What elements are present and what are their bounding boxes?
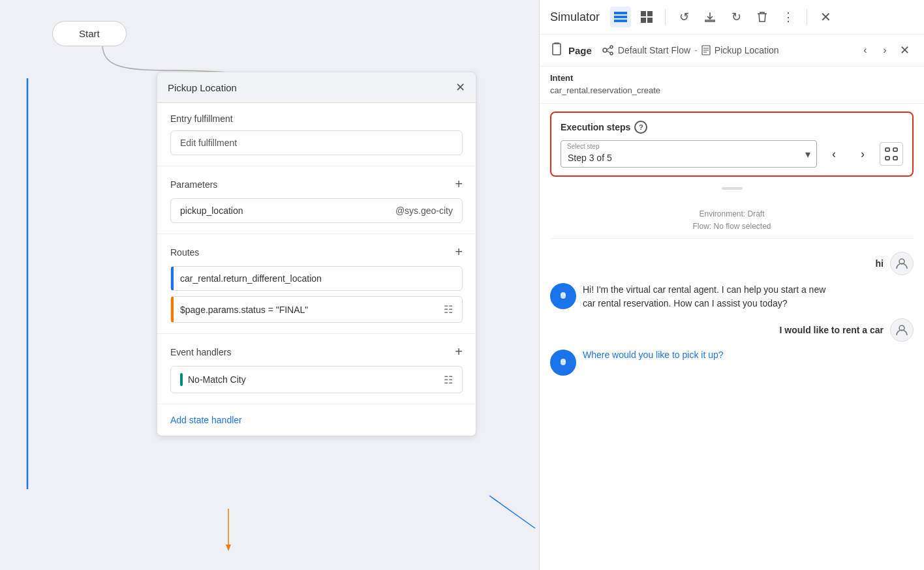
routes-title: Routes + [170,245,463,260]
start-node[interactable]: Start [52,21,127,46]
breadcrumb-page: Pickup Location [715,45,779,55]
redo-icon[interactable]: ↻ [726,7,747,27]
svg-point-24 [561,361,562,362]
entry-fulfillment-section: Entry fulfillment Edit fulfillment [157,103,476,166]
delete-icon[interactable] [752,7,773,27]
svg-rect-9 [553,44,561,55]
bot-message-text-1[interactable]: Where would you like to pick it up? [583,350,724,360]
parameters-section: Parameters + pickup_location @sys.geo-ci… [157,166,476,234]
user-message-text-0: hi [876,258,884,269]
add-route-btn[interactable]: + [455,245,463,260]
bot-message-text-0: Hi! I'm the virtual car rental agent. I … [583,283,831,310]
svg-point-21 [564,294,566,295]
pickup-location-panel: Pickup Location ✕ Entry fulfillment Edit… [157,72,476,436]
breadcrumb: Default Start Flow - Pickup Location [602,44,779,56]
svg-rect-3 [614,16,627,18]
execution-steps-header: Execution steps ? [561,121,903,134]
sim-page-header: Page Default Start Flow - Pickup Locatio… [540,35,924,67]
svg-marker-1 [226,545,231,551]
doc-icon [701,45,711,55]
step-select-wrapper: Select step Step 1 of 5 Step 2 of 5 Step… [561,140,817,168]
svg-rect-7 [641,18,646,23]
svg-point-20 [561,294,562,295]
grid-view-icon[interactable] [636,7,657,27]
step-prev-btn[interactable]: ‹ [822,142,846,166]
event-label-0: No-Match City [188,374,246,385]
event-doc-icon: ☷ [444,374,453,386]
breadcrumb-sep: - [694,45,698,55]
flow-info-label: Flow: No flow selected [550,220,914,233]
param-name: pickup_location [180,205,243,216]
edit-fulfillment-btn[interactable]: Edit fulfillment [170,130,463,155]
start-node-label: Start [79,28,100,39]
environment-info: Environment: Draft Flow: No flow selecte… [550,203,914,239]
svg-rect-4 [614,20,627,22]
step-focus-btn[interactable] [880,142,903,166]
route-label-0: car_rental.return_different_location [180,273,322,284]
add-event-handler-btn[interactable]: + [455,344,463,359]
user-message-0: hi [550,252,914,275]
user-message-text-1: I would like to rent a car [780,325,884,335]
add-state-handler-btn[interactable]: Add state handler [157,404,476,436]
page-section-title: Page [568,45,592,56]
download-icon[interactable] [700,7,720,27]
svg-rect-14 [886,148,889,151]
page-prev-btn[interactable]: ‹ [856,41,874,59]
execution-steps-controls: Select step Step 1 of 5 Step 2 of 5 Step… [561,140,903,168]
intent-label: Intent [550,73,914,83]
svg-point-10 [603,48,607,52]
add-parameter-btn[interactable]: + [455,177,463,192]
user-message-1: I would like to rent a car [550,318,914,342]
teal-bar [180,373,183,386]
parameters-title: Parameters + [170,177,463,192]
resize-handle [540,185,924,192]
execution-steps-title: Execution steps [561,122,630,132]
bot-message-0: Hi! I'm the virtual car rental agent. I … [550,283,914,310]
flow-icon [602,44,614,56]
event-item-left: No-Match City [180,373,246,386]
event-handlers-title: Event handlers + [170,344,463,359]
bot-message-1: Where would you like to pick it up? [550,350,914,376]
toolbar-divider-1 [665,9,666,25]
step-next-btn[interactable]: › [851,142,874,166]
pickup-panel-close[interactable]: ✕ [455,80,465,95]
close-icon[interactable]: ✕ [815,7,836,27]
route-item-0[interactable]: car_rental.return_different_location [170,266,463,291]
page-header-close-btn[interactable]: ✕ [895,41,914,59]
route-label-1: $page.params.status = "FINAL" [180,305,308,315]
execution-steps-section: Execution steps ? Select step Step 1 of … [550,112,914,177]
event-item-0[interactable]: No-Match City ☷ [170,366,463,393]
param-row[interactable]: pickup_location @sys.geo-city [170,198,463,223]
svg-point-25 [564,361,566,362]
bot-avatar-0 [550,283,576,309]
route-item-1[interactable]: $page.params.status = "FINAL" ☷ [170,296,463,323]
event-handlers-section: Event handlers + No-Match City ☷ [157,334,476,404]
list-view-icon[interactable] [610,7,631,27]
step-select[interactable]: Step 1 of 5 Step 2 of 5 Step 3 of 5 Step… [561,140,817,168]
routes-section: Routes + car_rental.return_different_loc… [157,234,476,334]
route-doc-icon-1: ☷ [444,303,453,316]
flow-diagram: Start Pickup Location ✕ Entry fulfillmen… [0,0,539,570]
environment-label: Environment: Draft [550,208,914,220]
pickup-panel-title: Pickup Location [168,82,237,93]
page-next-btn[interactable]: › [876,41,894,59]
pickup-panel-header: Pickup Location ✕ [157,72,476,103]
svg-rect-8 [647,18,653,23]
svg-rect-5 [641,11,646,16]
svg-rect-16 [886,157,889,160]
more-vert-icon[interactable]: ⋮ [778,7,799,27]
user-avatar-0 [890,252,914,275]
svg-rect-15 [893,148,897,151]
chat-area[interactable]: Environment: Draft Flow: No flow selecte… [540,192,924,570]
intent-section: Intent car_rental.reservation_create [540,67,924,104]
entry-fulfillment-title: Entry fulfillment [170,113,463,124]
svg-rect-17 [893,157,897,160]
simulator-title: Simulator [550,10,600,24]
sim-toolbar: Simulator ↺ ↻ [540,0,924,35]
breadcrumb-flow: Default Start Flow [618,45,690,55]
undo-icon[interactable]: ↺ [673,7,694,27]
param-type: @sys.geo-city [395,205,453,216]
help-icon[interactable]: ? [634,121,647,134]
svg-rect-2 [614,12,627,14]
svg-rect-6 [647,11,653,16]
